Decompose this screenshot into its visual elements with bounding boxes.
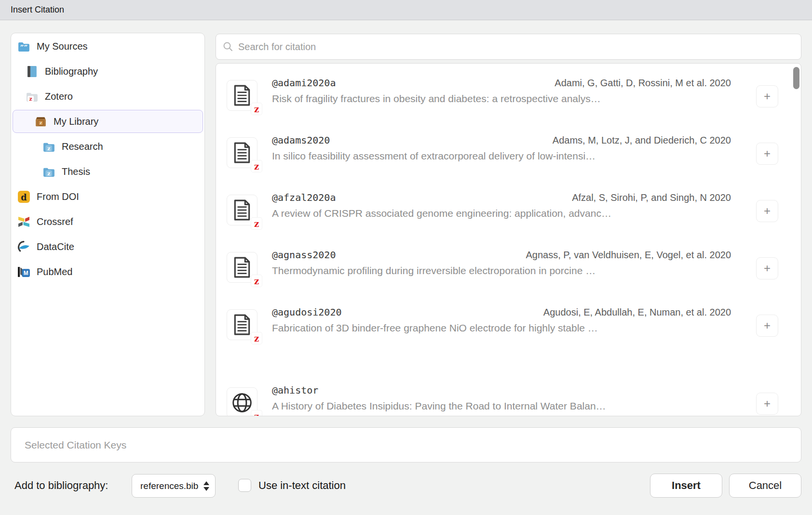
citation-row[interactable]: z@agnass2020Agnass, P, van Veldhuisen, E… [216, 236, 801, 293]
search-icon [223, 41, 233, 52]
zotero-badge-icon: z [251, 410, 262, 416]
pubmed-icon: M [17, 265, 30, 278]
bibliography-book-icon [26, 65, 39, 78]
select-updown-arrows-icon [203, 481, 209, 491]
insert-citation-dialog: Insert Citation ””My SourcesBibliography… [0, 0, 812, 515]
citation-authors: Adami, G, Gatti, D, Rossini, M et al. 20… [555, 78, 731, 89]
svg-text:d: d [21, 192, 27, 202]
citation-key: @ahistor [272, 384, 318, 396]
citation-list: z@adami2020aAdami, G, Gatti, D, Rossini,… [216, 63, 801, 416]
svg-text:M: M [24, 270, 28, 277]
sidebar-item-my-library[interactable]: zMy Library [13, 110, 203, 133]
citation-type-iconbox: z [227, 80, 257, 111]
citation-key: @agudosi2020 [272, 306, 342, 318]
insert-button[interactable]: Insert [650, 474, 722, 498]
sources-sidebar: ””My SourcesBibliographyzZoterozMy Libra… [11, 33, 205, 416]
citation-key: @adami2020a [272, 77, 336, 89]
zotero-library-icon: z [34, 115, 47, 128]
zotero-badge-icon: z [251, 332, 262, 344]
sidebar-item-label: DataCite [37, 241, 74, 252]
svg-text:z: z [40, 120, 42, 125]
sidebar-item-zotero[interactable]: zZotero [13, 85, 203, 108]
sidebar-item-label: My Library [54, 116, 98, 127]
sidebar-item-label: Thesis [62, 166, 90, 177]
sidebar-item-label: Research [62, 141, 103, 152]
add-to-bibliography-label: Add to bibliography: [14, 474, 108, 498]
citation-key: @agnass2020 [272, 249, 336, 261]
citation-type-iconbox: z [227, 387, 257, 416]
sidebar-item-pubmed[interactable]: MPubMed [13, 260, 203, 283]
zotero-badge-icon: z [251, 160, 262, 172]
zotero-collection-icon: z [42, 165, 55, 178]
bibliography-file-select[interactable]: references.bib [132, 474, 216, 498]
citation-row[interactable]: z@ahistorA History of Diabetes Insipidus… [216, 371, 801, 416]
citation-row[interactable]: z@agudosi2020Agudosi, E, Abdullah, E, Nu… [216, 293, 801, 350]
sidebar-item-label: PubMed [37, 266, 73, 277]
sidebar-item-crossref[interactable]: Crossref [13, 210, 203, 233]
citation-key: @adams2020 [272, 134, 330, 146]
document-icon [233, 257, 251, 278]
sidebar-item-label: Bibliography [45, 66, 98, 77]
citation-key: @afzal2020a [272, 192, 336, 203]
sidebar-item-bibliography[interactable]: Bibliography [13, 60, 203, 83]
scrollbar-thumb[interactable] [793, 67, 799, 89]
add-citation-button[interactable]: + [756, 143, 778, 165]
citation-type-iconbox: z [227, 137, 257, 168]
citation-authors: Agnass, P, van Veldhuisen, E, Vogel, et … [526, 250, 731, 261]
svg-text:z: z [47, 145, 51, 151]
citation-text: @ahistorA History of Diabetes Insipidus:… [272, 384, 731, 412]
citation-type-iconbox: z [227, 309, 257, 340]
datacite-icon [17, 240, 30, 253]
citation-text: @afzal2020aAfzal, S, Sirohi, P, and Sing… [272, 192, 731, 219]
citation-authors: Adams, M, Lotz, J, and Diederich, C 2020 [553, 135, 731, 146]
sidebar-item-label: My Sources [37, 41, 88, 52]
citation-text: @agnass2020Agnass, P, van Veldhuisen, E,… [272, 249, 731, 277]
zotero-folder-icon: z [26, 90, 39, 103]
add-citation-button[interactable]: + [756, 257, 778, 279]
use-intext-citation-checkbox[interactable] [238, 479, 251, 492]
citation-title: A review of CRISPR associated genome eng… [272, 208, 731, 219]
citation-text: @adami2020aAdami, G, Gatti, D, Rossini, … [272, 77, 731, 105]
citation-title: Fabrication of 3D binder-free graphene N… [272, 322, 731, 334]
add-citation-button[interactable]: + [756, 393, 778, 415]
zotero-badge-icon: z [251, 275, 262, 287]
sidebar-item-thesis[interactable]: zThesis [13, 160, 203, 183]
citation-text: @adams2020Adams, M, Lotz, J, and Diederi… [272, 134, 731, 162]
citation-authors: Agudosi, E, Abdullah, E, Numan, et al. 2… [543, 307, 731, 318]
search-input[interactable] [238, 41, 794, 53]
dialog-title: Insert Citation [11, 5, 64, 15]
sidebar-item-label: Zotero [45, 91, 73, 102]
citation-row[interactable]: z@adams2020Adams, M, Lotz, J, and Dieder… [216, 121, 801, 178]
crossref-icon [17, 215, 30, 228]
document-icon [233, 85, 251, 106]
citation-authors: Afzal, S, Sirohi, P, and Singh, N 2020 [572, 192, 731, 203]
sidebar-item-datacite[interactable]: DataCite [13, 235, 203, 258]
bibliography-file-value: references.bib [140, 481, 198, 491]
sidebar-item-research[interactable]: zResearch [13, 135, 203, 158]
use-intext-citation-label: Use in-text citation [258, 474, 346, 498]
citation-type-iconbox: z [227, 252, 257, 283]
sidebar-item-from-doi[interactable]: dFrom DOI [13, 185, 203, 208]
add-citation-button[interactable]: + [756, 315, 778, 337]
document-icon [233, 142, 251, 163]
globe-icon [231, 392, 253, 414]
citation-title: In silico feasibility assessment of extr… [272, 150, 731, 162]
svg-text:z: z [29, 95, 32, 102]
citation-title: Risk of fragility fractures in obesity a… [272, 93, 731, 105]
sidebar-item-label: Crossref [37, 216, 73, 227]
selected-citation-keys-input[interactable] [11, 427, 801, 462]
add-citation-button[interactable]: + [756, 200, 778, 222]
svg-text:z: z [47, 170, 51, 176]
citation-type-iconbox: z [227, 195, 257, 225]
doi-icon: d [17, 190, 30, 203]
sidebar-item-label: From DOI [37, 191, 79, 202]
citation-text: @agudosi2020Agudosi, E, Abdullah, E, Num… [272, 306, 731, 334]
add-citation-button[interactable]: + [756, 85, 778, 107]
document-icon [233, 314, 251, 335]
title-bar: Insert Citation [0, 0, 812, 20]
citation-title: Thermodynamic profiling during irreversi… [272, 265, 731, 277]
cancel-button[interactable]: Cancel [729, 474, 801, 498]
citation-row[interactable]: z@adami2020aAdami, G, Gatti, D, Rossini,… [216, 64, 801, 121]
sidebar-item-my-sources[interactable]: ””My Sources [13, 35, 203, 58]
citation-row[interactable]: z@afzal2020aAfzal, S, Sirohi, P, and Sin… [216, 178, 801, 236]
